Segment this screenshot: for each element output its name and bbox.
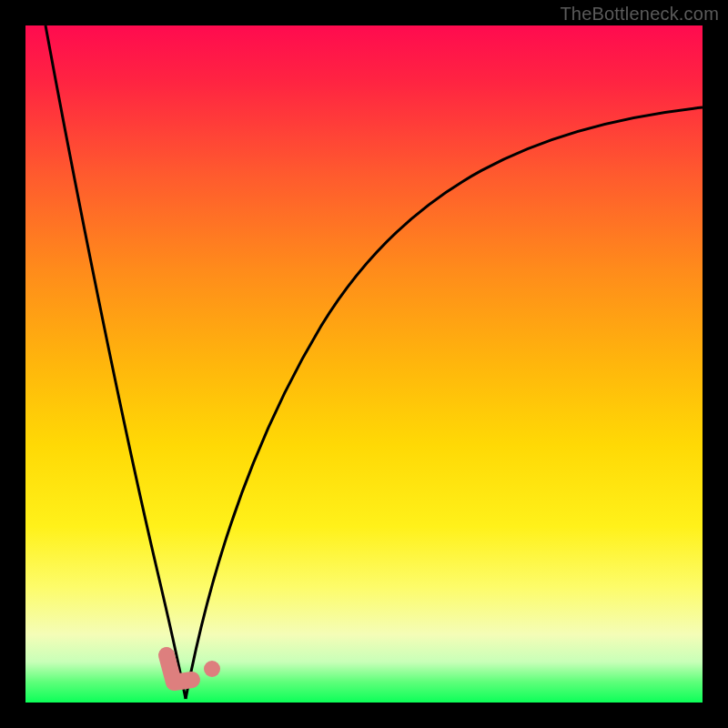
chart-stage: TheBottleneck.com xyxy=(0,0,728,728)
dot-marker-icon xyxy=(204,661,220,677)
attribution-text: TheBottleneck.com xyxy=(560,4,719,25)
right-branch-curve xyxy=(186,107,703,699)
left-branch-curve xyxy=(46,25,186,699)
plot-area xyxy=(25,25,703,703)
curves-svg xyxy=(25,25,703,703)
